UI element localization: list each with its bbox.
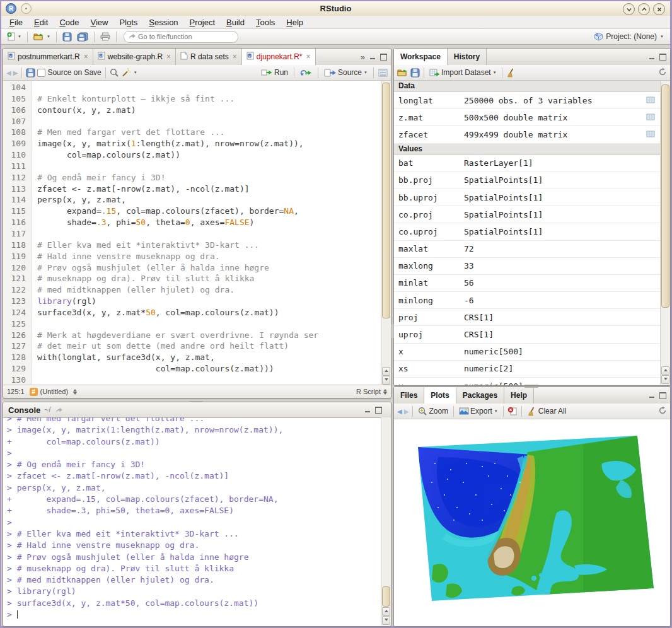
scrollbar-thumb[interactable] <box>382 586 390 607</box>
menu-plots[interactable]: Plots <box>113 17 143 28</box>
tab-overflow-icon[interactable]: » <box>361 52 365 62</box>
editor-tab-djupnekart-r[interactable]: Rdjupnekart.R*× <box>242 49 316 66</box>
workspace-object-row[interactable]: zfacet499x499 double matrix <box>394 126 660 143</box>
tab-plots[interactable]: Plots <box>424 387 456 404</box>
scroll-down-button[interactable] <box>661 375 669 384</box>
editor-tab-r-data-sets[interactable]: R data sets× <box>176 49 242 65</box>
workspace-object-row[interactable]: z.mat500x500 double matrix <box>394 109 660 126</box>
clear-all-plots-button[interactable]: Clear All <box>526 406 568 417</box>
tab-workspace[interactable]: Workspace <box>394 49 448 66</box>
horizontal-splitter-handle[interactable] <box>189 398 203 402</box>
workspace-object-row[interactable]: batRasterLayer[1] <box>394 155 660 172</box>
run-button[interactable]: Run <box>260 67 289 78</box>
maximize-pane-icon[interactable] <box>659 392 666 399</box>
save-button[interactable] <box>61 32 73 42</box>
goto-directory-icon[interactable] <box>55 407 63 414</box>
tab-history[interactable]: History <box>448 49 487 65</box>
back-icon[interactable]: ◀ <box>6 69 11 76</box>
workspace-object-row[interactable]: maxlong33 <box>394 258 660 275</box>
minimize-pane-icon[interactable] <box>649 54 655 60</box>
code-editor[interactable]: 104105# Enkelt konturplott – ikkje så fi… <box>3 81 381 385</box>
maximize-pane-icon[interactable] <box>380 54 387 61</box>
workspace-object-row[interactable]: xnumeric[500] <box>394 344 660 361</box>
menu-code[interactable]: Code <box>54 17 84 28</box>
workspace-object-row[interactable]: bb.projSpatialPoints[1] <box>394 172 660 189</box>
document-outline-icon[interactable] <box>378 69 388 77</box>
view-data-grid-icon[interactable] <box>646 130 655 139</box>
workspace-object-row[interactable]: xsnumeric[2] <box>394 361 660 378</box>
horizontal-splitter-handle[interactable] <box>524 385 538 388</box>
workspace-object-row[interactable]: co.uprojSpatialPoints[1] <box>394 223 660 240</box>
file-type-selector[interactable]: R Script <box>356 388 387 395</box>
workspace-object-row[interactable]: longlat250000 obs. of 3 variables <box>394 92 660 109</box>
next-plot-icon[interactable]: ▶ <box>404 408 409 415</box>
scroll-down-button[interactable] <box>382 616 390 625</box>
tab-help[interactable]: Help <box>504 387 534 404</box>
minimize-pane-icon[interactable] <box>649 393 655 398</box>
workspace-object-row[interactable]: maxlat72 <box>394 241 660 258</box>
close-tab-icon[interactable]: × <box>84 52 88 61</box>
load-workspace-folder-icon[interactable] <box>397 68 408 77</box>
editor-tab-postnummerkart-r[interactable]: Rpostnummerkart.R× <box>3 49 93 65</box>
maximize-window-button[interactable] <box>638 3 650 15</box>
workspace-object-row[interactable]: minlong-6 <box>394 292 660 309</box>
maximize-pane-icon[interactable] <box>659 54 666 61</box>
scroll-down-button[interactable] <box>382 376 390 385</box>
workspace-object-row[interactable]: uprojCRS[1] <box>394 326 660 343</box>
forward-icon[interactable]: ▶ <box>13 69 18 76</box>
close-tab-icon[interactable]: × <box>233 52 237 61</box>
refresh-icon[interactable] <box>658 67 667 76</box>
menu-build[interactable]: Build <box>221 17 250 28</box>
view-data-grid-icon[interactable] <box>646 96 655 105</box>
minimize-window-button[interactable] <box>623 3 635 15</box>
save-workspace-icon[interactable] <box>410 68 420 78</box>
tab-packages[interactable]: Packages <box>456 387 504 404</box>
code-tools-wand-icon[interactable] <box>121 68 131 77</box>
workspace-object-row[interactable]: minlat56 <box>394 275 660 292</box>
previous-plot-icon[interactable]: ◀ <box>397 408 402 415</box>
open-file-button[interactable]: ▼ <box>32 32 52 42</box>
tab-files[interactable]: Files <box>394 387 424 404</box>
menu-edit[interactable]: Edit <box>28 17 54 28</box>
close-tab-icon[interactable]: × <box>166 52 171 61</box>
workspace-object-row[interactable]: projCRS[1] <box>394 309 660 326</box>
scrollbar-thumb[interactable] <box>382 83 390 318</box>
menu-help[interactable]: Help <box>281 17 309 28</box>
view-data-grid-icon[interactable] <box>646 113 655 122</box>
source-on-save-checkbox[interactable] <box>37 69 45 77</box>
save-icon[interactable] <box>26 68 35 78</box>
vertical-splitter-handle[interactable] <box>391 324 394 338</box>
rerun-button[interactable] <box>299 68 313 78</box>
source-button[interactable]: Source ▼ <box>323 67 369 78</box>
editor-tab-website-graph-r[interactable]: Rwebsite-graph.R× <box>93 49 176 65</box>
scrollbar-thumb[interactable] <box>661 84 669 308</box>
goto-file-function-input[interactable] <box>124 31 238 43</box>
minimize-pane-icon[interactable] <box>369 54 376 60</box>
close-tab-icon[interactable]: × <box>306 52 311 61</box>
scroll-up-button[interactable] <box>661 366 669 375</box>
minimize-pane-icon[interactable] <box>364 407 371 413</box>
workspace-object-row[interactable]: co.projSpatialPoints[1] <box>394 206 660 223</box>
window-menu-icon[interactable] <box>21 3 32 14</box>
close-window-button[interactable] <box>653 3 665 15</box>
console-output[interactable]: > # Men med fargar vert det flottare ...… <box>3 417 381 626</box>
clear-workspace-broom-icon[interactable] <box>506 68 516 78</box>
zoom-plot-button[interactable]: Zoom <box>417 406 449 417</box>
print-button[interactable] <box>99 32 112 42</box>
refresh-icon[interactable] <box>658 406 667 415</box>
import-dataset-button[interactable]: Import Dataset ▼ <box>428 67 498 78</box>
maximize-pane-icon[interactable] <box>375 407 382 414</box>
editor-scrollbar[interactable] <box>381 81 391 385</box>
section-selector[interactable]: # (Untitled) <box>30 388 78 396</box>
workspace-object-row[interactable]: bb.uprojSpatialPoints[1] <box>394 189 660 206</box>
menu-session[interactable]: Session <box>143 17 183 28</box>
new-file-button[interactable]: ▼ <box>5 31 23 42</box>
menu-view[interactable]: View <box>84 17 113 28</box>
menu-file[interactable]: File <box>4 17 28 28</box>
export-plot-button[interactable]: Export ▼ <box>458 406 499 416</box>
console-scrollbar[interactable] <box>381 417 391 625</box>
scroll-up-button[interactable] <box>382 607 390 616</box>
menu-tools[interactable]: Tools <box>250 17 281 28</box>
search-icon[interactable] <box>110 68 119 78</box>
save-all-button[interactable] <box>76 32 90 42</box>
